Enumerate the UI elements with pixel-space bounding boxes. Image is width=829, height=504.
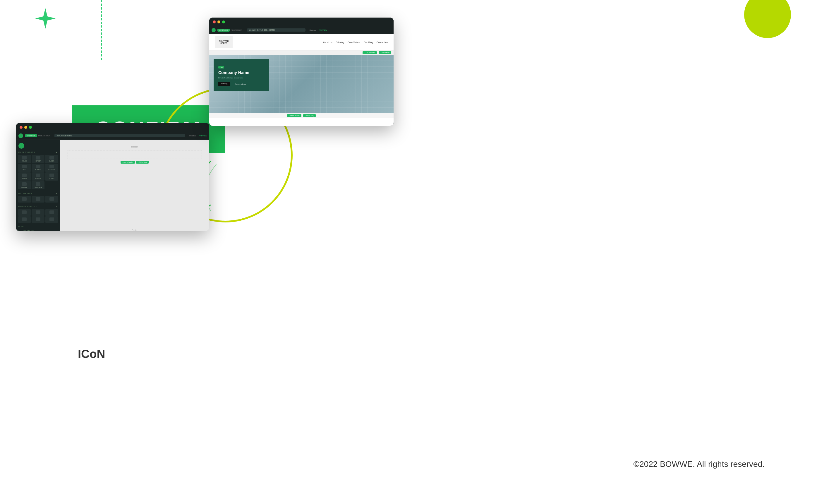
ss2-nav-about[interactable]: About us xyxy=(323,41,332,44)
dashed-line-decoration xyxy=(101,0,102,60)
ss1-sidebar-logo xyxy=(19,143,24,149)
widget-label: TEXT xyxy=(23,169,26,171)
dot-red xyxy=(20,126,23,129)
ss1-section-multimedia: MULTIMEDIA ▲ xyxy=(16,191,60,195)
ss2-titlebar xyxy=(209,17,394,26)
ss1-preview-label[interactable]: PREVIEW xyxy=(199,135,207,137)
screenshot-preview: UPGRADE FREE ACCOUNT domain_34710_168444… xyxy=(209,17,394,126)
list-item[interactable]: GALLERY xyxy=(45,164,58,172)
widget-label: VIDEO xyxy=(22,178,27,179)
widget-icon xyxy=(36,156,40,159)
list-item[interactable]: LANGUAGE xyxy=(32,181,45,189)
ss2-preview-label[interactable]: PREVIEW xyxy=(319,29,327,31)
ss1-upgrade-badge[interactable]: UPGRADE xyxy=(25,134,37,137)
ss1-url-text: YOUR WEBSITE xyxy=(57,135,73,137)
list-item[interactable] xyxy=(18,216,31,223)
ss2-url-bar[interactable]: domain_34710_1684447561 xyxy=(247,28,305,32)
ss2-logo-line2: SPEED xyxy=(220,42,227,44)
list-item[interactable]: IMAGE xyxy=(18,155,31,163)
widget-icon xyxy=(36,165,40,168)
list-item[interactable]: HEADER xyxy=(32,155,45,163)
list-item[interactable]: VIDEO xyxy=(18,172,31,181)
ss1-section-social[interactable]: SOCIAL MEDIA xyxy=(16,228,60,231)
ss2-hero: TAG Company Name Private Real Estate Inv… xyxy=(209,55,394,113)
list-item[interactable] xyxy=(32,216,45,223)
widget-icon xyxy=(36,217,40,221)
ss2-domain-text: domain_34710_1684447561 xyxy=(249,29,275,31)
widget-icon xyxy=(22,197,27,201)
list-item[interactable] xyxy=(32,196,45,203)
ss2-nav-blog[interactable]: Our Blog xyxy=(364,41,373,44)
dot-green-2 xyxy=(222,21,225,24)
list-item[interactable]: BUTTON xyxy=(32,164,45,172)
list-item[interactable]: EMBED xyxy=(32,172,45,181)
ss1-blog-label: BLOG xyxy=(19,226,25,227)
list-item[interactable] xyxy=(45,196,58,203)
ss2-hero-buttons: Offering Invest with us xyxy=(218,82,264,86)
list-item[interactable] xyxy=(45,216,58,223)
ss2-hero-title: Company Name xyxy=(218,70,264,75)
ss2-logo-line1: SHUTTER xyxy=(219,40,228,42)
ss1-canvas: Header + Add to Header + Add to Body Foo… xyxy=(60,140,209,231)
ss1-free-account: FREE ACCOUNT xyxy=(38,135,50,137)
ss2-nav-contact[interactable]: Contact us xyxy=(376,41,388,44)
ss2-hero-subtitle: Private Real Estate Investments xyxy=(218,77,264,79)
list-item[interactable]: DIVIDER xyxy=(18,181,31,189)
dot-yellow xyxy=(24,126,27,129)
ss2-nav-offering[interactable]: Offering xyxy=(336,41,344,44)
ss2-nav-values[interactable]: Core Values xyxy=(348,41,360,44)
ss2-add-header-btn2[interactable]: + Add to Header xyxy=(287,114,301,117)
list-item[interactable]: TEXT xyxy=(18,164,31,172)
list-item[interactable] xyxy=(32,209,45,216)
ss1-url-bar[interactable]: YOUR WEBSITE xyxy=(55,134,185,137)
list-item[interactable] xyxy=(45,209,58,216)
ss2-free-account: FREE ACCOUNT xyxy=(231,29,242,31)
ss2-add-body-row: + Add to Header + Add to Body xyxy=(209,113,394,118)
list-item[interactable]: FORMS xyxy=(45,172,58,181)
screenshot-builder: UPGRADE FREE ACCOUNT YOUR WEBSITE Deskto… xyxy=(16,123,209,231)
widget-icon xyxy=(22,182,27,186)
icon-label: ICoN xyxy=(78,348,105,361)
star-decoration xyxy=(35,8,56,29)
ss2-hero-tag: TAG xyxy=(218,66,224,69)
ss2-add-body-btn2[interactable]: + Add to Body xyxy=(303,114,316,117)
ss1-device-label: Desktop xyxy=(189,135,196,137)
ss2-upgrade-badge[interactable]: UPGRADE xyxy=(217,29,230,32)
widget-icon xyxy=(36,182,40,186)
widget-icon xyxy=(22,156,27,159)
list-item[interactable] xyxy=(18,196,31,203)
ss1-header-section xyxy=(68,150,202,159)
ss1-body: MAIN WIDGETS ▲ IMAGE HEADER SLIDER xyxy=(16,140,209,231)
dot-green xyxy=(29,126,32,129)
circle-decoration-top-right xyxy=(744,0,791,38)
ss1-add-header-btn[interactable]: + Add to Header xyxy=(120,161,135,164)
widget-label: HEADER xyxy=(35,160,41,162)
ss2-add-body-btn[interactable]: + Add to Body xyxy=(379,51,391,54)
widget-icon xyxy=(22,174,27,177)
list-item[interactable] xyxy=(18,209,31,216)
ss2-navbar: SHUTTER SPEED About us Offering Core Val… xyxy=(209,34,394,50)
widget-icon xyxy=(49,165,54,168)
dot-red-2 xyxy=(213,21,216,24)
ss1-multimedia-chevron[interactable]: ▲ xyxy=(55,192,58,194)
ss1-section-main-label: MAIN WIDGETS xyxy=(19,151,35,153)
ss2-hero-card: TAG Company Name Private Real Estate Inv… xyxy=(214,59,269,91)
ss2-add-header-btn[interactable]: + Add to Header xyxy=(363,51,376,54)
ss1-other-chevron[interactable]: ▲ xyxy=(55,206,58,208)
ss1-other-label: OTHER WIDGETS xyxy=(19,206,37,208)
ss2-offering-btn[interactable]: Offering xyxy=(218,82,230,86)
list-item[interactable]: SLIDER xyxy=(45,155,58,163)
widget-label: FORMS xyxy=(49,178,55,179)
widget-icon xyxy=(22,210,27,214)
ss1-other-grid xyxy=(16,209,60,223)
ss2-add-nav-row: + Add to Header + Add to Body xyxy=(209,50,394,55)
ss1-sidebar: MAIN WIDGETS ▲ IMAGE HEADER SLIDER xyxy=(16,140,60,231)
ss2-invest-btn[interactable]: Invest with us xyxy=(232,82,249,86)
ss1-add-buttons: + Add to Header + Add to Body xyxy=(120,161,149,164)
ss2-website: SHUTTER SPEED About us Offering Core Val… xyxy=(209,34,394,126)
ss1-add-body-btn[interactable]: + Add to Body xyxy=(136,161,149,164)
ss1-section-chevron[interactable]: ▲ xyxy=(55,151,58,153)
widget-icon xyxy=(36,210,40,214)
dot-yellow-2 xyxy=(217,21,220,24)
ss1-section-blog[interactable]: BLOG xyxy=(16,224,60,228)
